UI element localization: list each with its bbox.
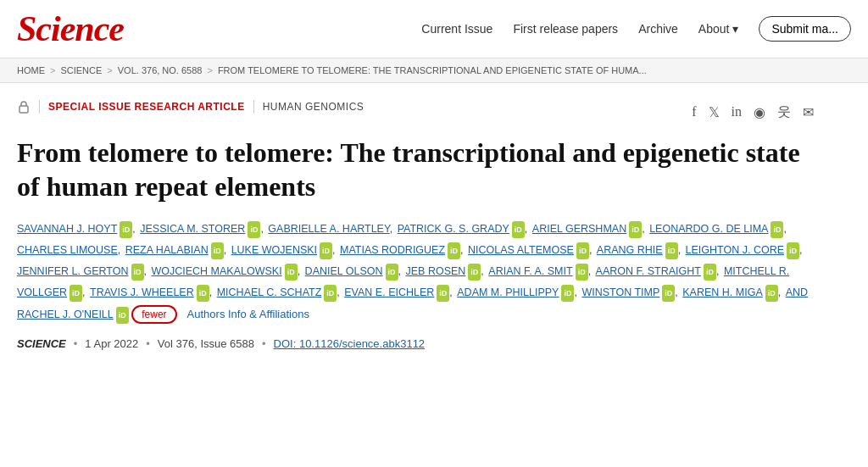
breadcrumb-sep3: > xyxy=(207,65,212,75)
author-name[interactable]: NICOLAS ALTEMOSE xyxy=(468,244,574,256)
author-name[interactable]: AARON F. STRAIGHT xyxy=(596,265,701,277)
breadcrumb-home[interactable]: HOME xyxy=(17,65,45,75)
orcid-badge[interactable]: iD xyxy=(665,242,678,259)
article-title: From telomere to telomere: The transcrip… xyxy=(17,136,814,203)
orcid-badge[interactable]: iD xyxy=(512,221,525,238)
comma: , xyxy=(778,286,784,298)
author-name[interactable]: ARIAN F. A. SMIT xyxy=(488,265,572,277)
comma: , xyxy=(460,244,466,256)
orcid-badge[interactable]: iD xyxy=(576,242,589,259)
wechat-icon[interactable]: 웃 xyxy=(777,103,791,121)
lock-icon xyxy=(17,100,31,114)
fewer-button[interactable]: fewer xyxy=(131,305,176,324)
nav-current-issue[interactable]: Current Issue xyxy=(421,22,492,36)
site-logo[interactable]: Science xyxy=(17,8,124,49)
comma: , xyxy=(332,244,338,256)
comma: , xyxy=(82,286,88,298)
article-bottom-meta: SCIENCE • 1 Apr 2022 • Vol 376, Issue 65… xyxy=(17,337,814,350)
orcid-badge[interactable]: iD xyxy=(120,221,132,238)
comma: , xyxy=(678,244,684,256)
authors-info-link[interactable]: Authors Info & Affiliations xyxy=(187,308,309,320)
orcid-badge[interactable]: iD xyxy=(629,221,642,238)
orcid-badge[interactable]: iD xyxy=(70,285,82,302)
comma: , xyxy=(783,223,786,235)
orcid-badge[interactable]: iD xyxy=(468,264,481,281)
breadcrumb-science[interactable]: SCIENCE xyxy=(60,65,102,75)
article-meta: SPECIAL ISSUE RESEARCH ARTICLE HUMAN GEN… xyxy=(17,100,364,114)
special-issue-badge: SPECIAL ISSUE RESEARCH ARTICLE xyxy=(48,101,245,113)
dot1: • xyxy=(74,337,78,350)
article-category: HUMAN GENOMICS xyxy=(263,101,364,113)
reddit-icon[interactable]: ◉ xyxy=(754,104,765,120)
orcid-badge[interactable]: iD xyxy=(448,242,460,259)
nav-first-release[interactable]: First release papers xyxy=(513,22,618,36)
breadcrumb-sep1: > xyxy=(50,65,55,75)
main-nav: Current Issue First release papers Archi… xyxy=(421,16,851,42)
orcid-badge[interactable]: iD xyxy=(771,221,783,238)
dot3: • xyxy=(262,337,266,350)
author-name[interactable]: DANIEL OLSON xyxy=(305,265,383,277)
comma: , xyxy=(481,265,487,277)
author-name[interactable]: JESSICA M. STORER xyxy=(140,223,245,235)
comma: , xyxy=(390,223,396,235)
orcid-badge[interactable]: iD xyxy=(116,307,129,324)
author-name[interactable]: LEIGHTON J. CORE xyxy=(686,244,784,256)
orcid-badge[interactable]: iD xyxy=(437,285,449,302)
author-name[interactable]: TRAVIS J. WHEELER xyxy=(90,286,194,298)
author-name[interactable]: LUKE WOJENSKI xyxy=(231,244,317,256)
orcid-badge[interactable]: iD xyxy=(285,264,298,281)
orcid-badge[interactable]: iD xyxy=(787,242,799,259)
author-name[interactable]: ARIEL GERSHMAN xyxy=(532,223,626,235)
comma: , xyxy=(799,244,802,256)
orcid-badge[interactable]: iD xyxy=(386,264,398,281)
comma: , xyxy=(398,265,404,277)
email-icon[interactable]: ✉ xyxy=(803,104,814,120)
svg-rect-0 xyxy=(19,106,28,113)
author-name[interactable]: LEONARDO G. DE LIMA xyxy=(649,223,768,235)
orcid-badge[interactable]: iD xyxy=(765,285,778,302)
orcid-badge[interactable]: iD xyxy=(211,242,224,259)
author-name[interactable]: MATIAS RODRIGUEZ xyxy=(340,244,445,256)
vertical-divider xyxy=(39,100,40,114)
orcid-badge[interactable]: iD xyxy=(131,264,144,281)
comma: , xyxy=(132,223,138,235)
author-name[interactable]: WINSTON TIMP xyxy=(581,286,659,298)
orcid-badge[interactable]: iD xyxy=(248,221,260,238)
header: Science Current Issue First release pape… xyxy=(0,0,868,58)
comma: , xyxy=(716,265,722,277)
author-name[interactable]: WOJCIECH MAKALOWSKI xyxy=(151,265,281,277)
nav-archive[interactable]: Archive xyxy=(638,22,678,36)
author-name[interactable]: PATRICK G. S. GRADY xyxy=(398,223,509,235)
orcid-badge[interactable]: iD xyxy=(561,285,574,302)
author-name[interactable]: JEB ROSEN xyxy=(406,265,466,277)
author-name[interactable]: KAREN H. MIGA xyxy=(682,286,762,298)
author-name[interactable]: EVAN E. EICHLER xyxy=(344,286,434,298)
orcid-badge[interactable]: iD xyxy=(662,285,675,302)
twitter-icon[interactable]: 𝕏 xyxy=(709,104,720,120)
submit-button[interactable]: Submit ma... xyxy=(759,16,851,42)
facebook-icon[interactable]: f xyxy=(692,104,696,120)
author-name[interactable]: CHARLES LIMOUSE xyxy=(17,244,118,256)
orcid-badge[interactable]: iD xyxy=(324,285,337,302)
author-name[interactable]: JENNIFER L. GERTON xyxy=(17,265,129,277)
comma: , xyxy=(588,265,594,277)
author-name[interactable]: SAVANNAH J. HOYT xyxy=(17,223,117,235)
comma: , xyxy=(298,265,303,277)
orcid-badge[interactable]: iD xyxy=(197,285,209,302)
nav-about[interactable]: About ▾ xyxy=(698,22,739,36)
orcid-badge[interactable]: iD xyxy=(320,242,332,259)
dot2: • xyxy=(146,337,150,350)
doi-link[interactable]: DOI: 10.1126/science.abk3112 xyxy=(274,337,426,350)
author-name[interactable]: REZA HALABIAN xyxy=(125,244,209,256)
orcid-badge[interactable]: iD xyxy=(576,264,588,281)
author-name[interactable]: GABRIELLE A. HARTLEY xyxy=(268,223,389,235)
orcid-badge[interactable]: iD xyxy=(704,264,716,281)
comma: , xyxy=(118,244,124,256)
breadcrumb-vol[interactable]: VOL. 376, NO. 6588 xyxy=(118,65,203,75)
author-name[interactable]: ARANG RHIE xyxy=(597,244,663,256)
linkedin-icon[interactable]: in xyxy=(732,104,742,120)
comma: , xyxy=(675,286,681,298)
author-name[interactable]: MICHAEL C. SCHATZ xyxy=(217,286,322,298)
author-name[interactable]: ADAM M. PHILLIPPY xyxy=(457,286,559,298)
comma: , xyxy=(260,223,266,235)
